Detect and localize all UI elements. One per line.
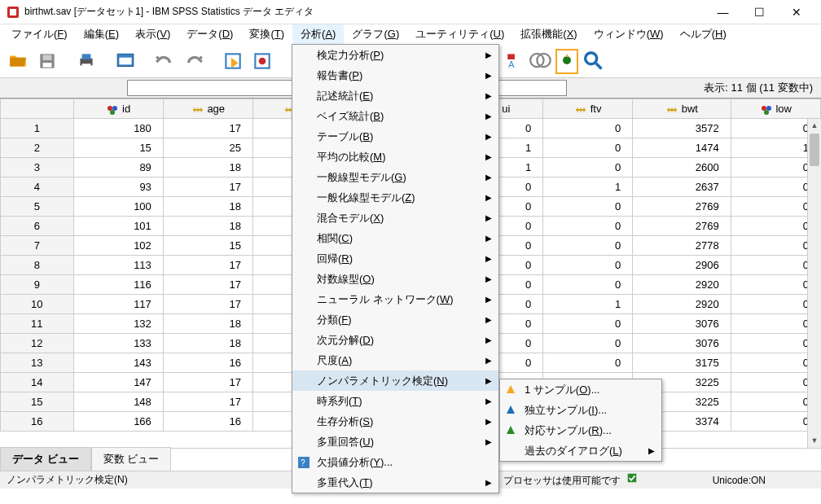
menu-item-t[interactable]: 多重代入(T)▶ — [292, 472, 498, 493]
tab-data-view[interactable]: データ ビュー — [0, 447, 91, 471]
menu-h[interactable]: ヘルプ(H) — [672, 24, 735, 44]
cell[interactable]: 0 — [543, 334, 633, 353]
menu-a[interactable]: 分析(A) — [292, 24, 344, 44]
menu-item-t[interactable]: 時系列(T)▶ — [292, 391, 498, 411]
weight-cases-button[interactable] — [555, 49, 578, 74]
cell[interactable]: 2769 — [633, 217, 731, 236]
menu-item-z[interactable]: 一般化線型モデル(Z)▶ — [292, 187, 498, 208]
cell[interactable]: 3076 — [633, 314, 731, 334]
menu-item-g[interactable]: 一般線型モデル(G)▶ — [292, 167, 498, 187]
close-button[interactable]: ✕ — [778, 1, 814, 24]
cell[interactable]: 102 — [73, 236, 163, 256]
cell[interactable]: 18 — [163, 334, 252, 353]
cell[interactable]: 2637 — [633, 177, 731, 197]
cell[interactable]: 15 — [73, 138, 163, 158]
cell[interactable]: 16 — [163, 353, 252, 373]
row-number[interactable]: 11 — [1, 314, 74, 334]
cell[interactable]: 0 — [543, 314, 633, 334]
tab-variable-view[interactable]: 変数 ビュー — [91, 447, 172, 471]
cell[interactable]: 2769 — [633, 197, 731, 217]
cell[interactable]: 148 — [73, 392, 163, 412]
cell[interactable]: 18 — [163, 158, 252, 177]
row-number[interactable]: 12 — [1, 334, 74, 353]
column-header-age[interactable]: age — [163, 99, 252, 119]
row-number[interactable]: 8 — [1, 256, 74, 275]
cell[interactable]: 16 — [163, 412, 252, 432]
cell[interactable]: 133 — [73, 334, 163, 353]
row-number[interactable]: 2 — [1, 138, 74, 158]
menu-item-f[interactable]: 分類(F)▶ — [292, 309, 498, 330]
menu-item-w[interactable]: ニューラル ネットワーク(W)▶ — [292, 289, 498, 309]
cell[interactable]: 17 — [163, 256, 252, 275]
cell[interactable]: 101 — [73, 217, 163, 236]
cell[interactable]: 117 — [73, 295, 163, 314]
row-number[interactable]: 9 — [1, 275, 74, 295]
menu-item-e[interactable]: 記述統計(E)▶ — [292, 85, 498, 106]
cell[interactable]: 1474 — [633, 138, 731, 158]
cell[interactable]: 132 — [73, 314, 163, 334]
menu-item-p[interactable]: 報告書(P)▶ — [292, 65, 498, 85]
save-button[interactable] — [34, 48, 60, 74]
row-number[interactable]: 10 — [1, 295, 74, 314]
cell[interactable]: 17 — [163, 392, 252, 412]
print-button[interactable] — [73, 48, 99, 74]
open-file-button[interactable] — [5, 48, 31, 74]
cell[interactable]: 93 — [73, 177, 163, 197]
submenu-item-o[interactable]: 1 サンプル(O)... — [500, 379, 661, 400]
cell[interactable]: 0 — [543, 236, 633, 256]
menu-item-y[interactable]: ?欠損値分析(Y)... — [292, 452, 498, 472]
vertical-scrollbar[interactable]: ▲ ▼ — [807, 119, 821, 448]
cell[interactable]: 15 — [163, 236, 252, 256]
cell[interactable]: 0 — [543, 256, 633, 275]
cell[interactable]: 2920 — [633, 275, 731, 295]
menu-item-a[interactable]: 尺度(A)▶ — [292, 350, 498, 370]
menu-v[interactable]: 表示(V) — [127, 24, 178, 44]
menu-f[interactable]: ファイル(F) — [3, 24, 76, 44]
menu-item-m[interactable]: 平均の比較(M)▶ — [292, 147, 498, 167]
cell[interactable]: 25 — [163, 138, 252, 158]
column-header-bwt[interactable]: bwt — [633, 99, 731, 119]
cell[interactable]: 3076 — [633, 334, 731, 353]
cell[interactable]: 0 — [543, 353, 633, 373]
goto-variable-button[interactable] — [249, 48, 275, 74]
cell[interactable]: 0 — [543, 197, 633, 217]
select-cases-button[interactable] — [529, 49, 552, 74]
cell[interactable]: 2920 — [633, 295, 731, 314]
cell[interactable]: 18 — [163, 197, 252, 217]
menu-w[interactable]: ウィンドウ(W) — [586, 24, 672, 44]
menu-t[interactable]: 変換(T) — [241, 24, 292, 44]
menu-item-b[interactable]: テーブル(B)▶ — [292, 126, 498, 147]
minimize-button[interactable]: — — [705, 1, 741, 24]
submenu-item-r[interactable]: 対応サンプル(R)... — [500, 420, 661, 440]
cell[interactable]: 0 — [543, 138, 633, 158]
cell[interactable]: 0 — [543, 158, 633, 177]
cell[interactable]: 17 — [163, 119, 252, 138]
cell[interactable]: 113 — [73, 256, 163, 275]
cell[interactable]: 0 — [543, 275, 633, 295]
corner-cell[interactable] — [1, 99, 74, 119]
row-number[interactable]: 6 — [1, 217, 74, 236]
cell[interactable]: 143 — [73, 353, 163, 373]
row-number[interactable]: 15 — [1, 392, 74, 412]
row-number[interactable]: 14 — [1, 373, 74, 392]
submenu-item-l[interactable]: 過去のダイアログ(L)▶ — [500, 440, 661, 461]
scroll-thumb-v[interactable] — [810, 134, 819, 166]
menu-e[interactable]: 編集(E) — [76, 24, 127, 44]
cell[interactable]: 2778 — [633, 236, 731, 256]
row-number[interactable]: 16 — [1, 412, 74, 432]
cell[interactable]: 3175 — [633, 353, 731, 373]
menu-d[interactable]: データ(D) — [178, 24, 241, 44]
cell[interactable]: 147 — [73, 373, 163, 392]
maximize-button[interactable]: ☐ — [741, 1, 778, 24]
menu-x[interactable]: 拡張機能(X) — [512, 24, 585, 44]
cell[interactable]: 17 — [163, 177, 252, 197]
goto-case-button[interactable] — [220, 48, 246, 74]
recall-dialog-button[interactable] — [112, 48, 138, 74]
menu-item-b[interactable]: ベイズ統計(B)▶ — [292, 106, 498, 126]
menu-item-r[interactable]: 回帰(R)▶ — [292, 248, 498, 269]
cell[interactable]: 0 — [543, 119, 633, 138]
cell[interactable]: 1 — [543, 295, 633, 314]
menu-item-x[interactable]: 混合モデル(X)▶ — [292, 208, 498, 228]
column-header-ftv[interactable]: ftv — [543, 99, 633, 119]
row-number[interactable]: 3 — [1, 158, 74, 177]
